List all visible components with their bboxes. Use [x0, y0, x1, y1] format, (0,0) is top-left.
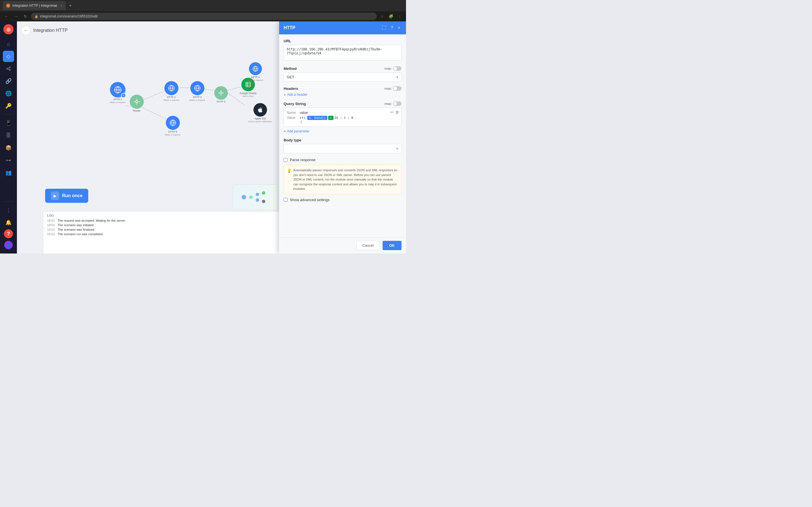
sidebar-divider: [4, 114, 13, 115]
sidebar-item-keys[interactable]: 🔑: [3, 100, 14, 112]
modal-title: HTTP: [284, 25, 378, 31]
sidebar-item-webhooks[interactable]: 🔗: [3, 75, 14, 87]
add-param-btn[interactable]: Add parameter: [284, 129, 402, 133]
headers-map-label: map:: [385, 87, 392, 90]
body-type-group: Body type application/json application/x…: [284, 138, 402, 153]
body-type-select-wrapper: application/json application/x-www-form-…: [284, 144, 402, 153]
nav-back-button[interactable]: ←: [3, 13, 10, 20]
parse-response-checkbox[interactable]: [284, 158, 288, 162]
param-value-row: Value: if( 5. Data[] > 25 ; 1 ; 0: [287, 116, 398, 120]
sidebar-item-domain[interactable]: 🌐: [3, 88, 14, 99]
advanced-settings-checkbox[interactable]: [284, 198, 288, 202]
add-header-btn[interactable]: Add a header: [284, 93, 402, 97]
svg-line-3: [8, 68, 9, 69]
modal-body: URL http://188.166.206.43/MfB7F4pqcpyRrv…: [279, 34, 406, 237]
headers-label: Headers: [284, 87, 298, 91]
method-select[interactable]: GET POST PUT DELETE PATCH: [284, 72, 402, 82]
parse-response-row: Parse response: [284, 158, 402, 162]
info-text: Automatically parses responses and conve…: [293, 168, 398, 191]
left-sidebar: ◎ ⌂ ◇ 🔗 🌐 🔑 📱 🗄 📦 ⊶ 👥 ⋮ 🔔 ? 👤: [0, 21, 17, 253]
new-tab-button[interactable]: +: [69, 3, 71, 8]
advanced-settings-label: Show advanced settings: [290, 198, 329, 202]
method-group: Method map: GET POST PUT DELETE: [284, 66, 402, 82]
cancel-button[interactable]: Cancel: [356, 241, 379, 250]
method-label: Method: [284, 66, 297, 71]
bookmark-icon[interactable]: ☆: [379, 13, 386, 19]
modal-header: HTTP ⛶ ? ×: [279, 21, 406, 34]
modal-help-btn[interactable]: ?: [390, 24, 395, 32]
lock-icon: 🔒: [35, 15, 38, 18]
add-param-label: Add parameter: [287, 129, 309, 133]
modal-close-btn[interactable]: ×: [397, 24, 402, 32]
param-edit-btn[interactable]: ✏: [391, 110, 394, 114]
modal-footer: Cancel OK: [279, 237, 406, 253]
http-modal: HTTP ⛶ ? × URL http://188.166.206.43/MfB…: [279, 21, 406, 253]
url-group: URL http://188.166.206.43/MfB7F4pqcpyRrv…: [284, 39, 402, 62]
headers-map-toggle[interactable]: [393, 86, 402, 91]
ok-button[interactable]: OK: [383, 241, 402, 250]
extensions-icon[interactable]: 🧩: [387, 13, 395, 19]
main-canvas: ← Integration HTTP: [17, 21, 406, 253]
sidebar-item-profile[interactable]: 👤: [3, 239, 14, 251]
method-map-label: map:: [385, 67, 392, 70]
menu-icon[interactable]: ⋮: [396, 13, 403, 19]
info-box: 💡 Automatically parses responses and con…: [284, 165, 402, 194]
sidebar-item-notifications[interactable]: 🔔: [3, 217, 14, 228]
svg-point-0: [6, 68, 8, 69]
address-text: integromat.com/scenario/1955102/edit: [40, 14, 98, 18]
tab-favicon: i: [6, 4, 10, 8]
sidebar-item-users[interactable]: 👥: [3, 167, 14, 178]
param-name-value: value: [300, 111, 398, 115]
address-bar[interactable]: 🔒 integromat.com/scenario/1955102/edit: [31, 13, 377, 20]
sidebar-item-home[interactable]: ⌂: [3, 38, 14, 50]
query-map-toggle[interactable]: [393, 101, 402, 106]
tab-title: Integration HTTP | Integromat: [12, 4, 57, 8]
body-type-label: Body type: [284, 138, 301, 142]
info-icon: 💡: [287, 168, 292, 191]
headers-group: Headers map: Add a header: [284, 86, 402, 97]
tab-close-btn[interactable]: ×: [60, 4, 62, 7]
method-select-wrapper: GET POST PUT DELETE PATCH: [284, 72, 402, 82]
advanced-settings-row: Show advanced settings: [284, 198, 402, 202]
param-value-value: if( 5. Data[] > 25 ; 1 ; 0: [300, 116, 398, 120]
param-name-row: Name: value: [287, 111, 398, 115]
url-input[interactable]: http://188.166.206.43/MfB7F4pqcpyRrv0dKz…: [284, 45, 402, 61]
query-string-label: Query String: [284, 102, 306, 106]
sidebar-item-scenarios[interactable]: ◇: [3, 51, 14, 62]
svg-point-1: [9, 67, 10, 68]
sidebar-item-structures[interactable]: 📦: [3, 142, 14, 154]
add-header-label: Add a header: [287, 93, 307, 97]
sidebar-item-more[interactable]: ⋮: [3, 205, 14, 216]
nav-refresh-button[interactable]: ↻: [22, 13, 29, 20]
query-map-label: map:: [385, 102, 392, 105]
param-value-close: ): [300, 120, 398, 124]
sidebar-item-help[interactable]: ?: [4, 229, 13, 238]
query-string-group: Query String map: ✏ 🗑: [284, 101, 402, 133]
sidebar-item-datastores[interactable]: 🗄: [3, 130, 14, 141]
browser-tab[interactable]: i Integration HTTP | Integromat ×: [3, 1, 66, 10]
sidebar-logo[interactable]: ◎: [3, 24, 13, 34]
sidebar-item-devices[interactable]: 📱: [3, 117, 14, 129]
parse-response-label: Parse response: [290, 158, 315, 162]
query-param-box: ✏ 🗑 Name: value Value: if(: [284, 108, 402, 127]
body-type-select[interactable]: application/json application/x-www-form-…: [284, 144, 402, 153]
method-map-toggle[interactable]: [393, 66, 402, 71]
svg-line-4: [8, 69, 9, 70]
modal-overlay: HTTP ⛶ ? × URL http://188.166.206.43/MfB…: [17, 21, 406, 253]
sidebar-item-functions[interactable]: ⊶: [3, 155, 14, 166]
svg-point-2: [9, 69, 10, 71]
param-operator-highlight: >: [328, 116, 334, 120]
nav-forward-button[interactable]: →: [12, 13, 20, 20]
sidebar-item-connections[interactable]: [3, 63, 14, 74]
url-label: URL: [284, 39, 291, 43]
param-delete-btn[interactable]: 🗑: [395, 110, 399, 114]
param-data-highlight: 5. Data[]: [307, 116, 327, 120]
modal-expand-btn[interactable]: ⛶: [380, 24, 388, 32]
